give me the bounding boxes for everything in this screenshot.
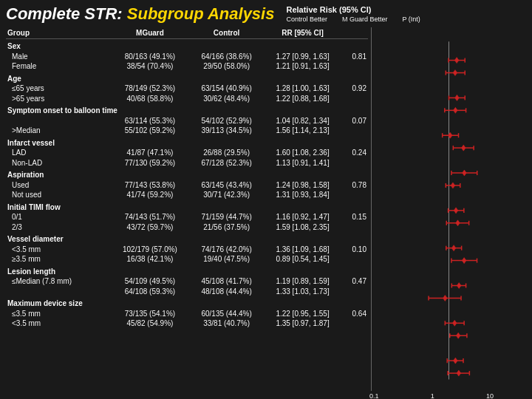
- row-rr: 1.19 [0.89, 1.59]: [264, 276, 341, 287]
- row-control: 67/128 (52.3%): [189, 158, 264, 168]
- rr-title-label: Relative Risk (95% CI): [286, 4, 420, 15]
- table-row: ≤3.5 mm 73/135 (54.1%) 60/135 (44.4%) 1.…: [6, 309, 368, 319]
- table-row: Used 77/143 (53.8%) 63/145 (43.4%) 1.24 …: [6, 180, 368, 191]
- table-row: 63/114 (55.3%) 54/102 (52.9%) 1.04 [0.82…: [6, 116, 368, 126]
- row-mguard: 54/109 (49.5%): [111, 276, 189, 287]
- col-header-mguard: MGuard: [111, 27, 189, 39]
- category-label: Initial TIMI flow: [6, 200, 368, 213]
- table-row: Lesion length: [6, 265, 368, 277]
- row-control: 30/62 (48.4%): [189, 94, 264, 104]
- header: Complete STR: Subgroup Analysis Relative…: [6, 4, 526, 24]
- table-row: Symptom onset to balloon time: [6, 103, 368, 116]
- svg-marker-38: [456, 220, 460, 226]
- row-p: [341, 94, 368, 104]
- svg-marker-2: [454, 58, 459, 64]
- row-mguard: 80/163 (49.1%): [111, 52, 189, 62]
- svg-marker-54: [443, 295, 447, 301]
- title-complete: Complete STR:: [6, 4, 127, 23]
- row-rr: 1.13 [0.91, 1.41]: [264, 158, 341, 168]
- row-rr: 1.36 [1.09, 1.68]: [264, 245, 341, 255]
- row-group: Used: [6, 180, 111, 191]
- svg-marker-14: [454, 107, 458, 113]
- row-p: 0.10: [341, 245, 368, 255]
- col-header-rr: RR [95% CI]: [264, 27, 341, 39]
- row-mguard: 78/149 (52.3%): [111, 83, 189, 94]
- row-group: LAD: [6, 148, 111, 158]
- forest-plot: [371, 27, 526, 391]
- table-row: Not used 41/74 (59.2%) 30/71 (42.3%) 1.3…: [6, 190, 368, 200]
- svg-marker-70: [457, 370, 461, 376]
- row-mguard: 55/102 (59.2%): [111, 126, 189, 136]
- row-p: 0.92: [341, 83, 368, 94]
- table-row: Sex: [6, 39, 368, 52]
- table-row: LAD 41/87 (47.1%) 26/88 (29.5%) 1.60 [1.…: [6, 148, 368, 158]
- row-rr: 1.31 [0.93, 1.84]: [264, 190, 341, 200]
- row-p: [341, 254, 368, 265]
- svg-marker-22: [461, 145, 466, 151]
- row-group: 0/1: [6, 212, 111, 222]
- table-row: ≥3.5 mm 16/38 (42.1%) 19/40 (47.5%) 0.89…: [6, 254, 368, 265]
- row-group: ≤65 years: [6, 83, 111, 94]
- row-p: [341, 287, 368, 297]
- table-row: Female 38/54 (70.4%) 29/50 (58.0%) 1.21 …: [6, 61, 368, 72]
- row-control: 64/166 (38.6%): [189, 52, 264, 62]
- row-mguard: 102/179 (57.0%): [111, 245, 189, 255]
- col-header-control: Control: [189, 27, 264, 39]
- axis-labels: 0.1 1 10: [368, 392, 495, 399]
- row-control: 71/159 (44.7%): [189, 212, 264, 222]
- svg-marker-46: [462, 258, 466, 264]
- main-container: Complete STR: Subgroup Analysis Relative…: [0, 0, 532, 399]
- table-row: 64/108 (59.3%) 48/108 (44.4%) 1.33 [1.03…: [6, 287, 368, 297]
- row-mguard: 38/54 (70.4%): [111, 61, 189, 72]
- row-group: ≥3.5 mm: [6, 254, 111, 265]
- col-header-p: [341, 27, 368, 39]
- table-row: <3.5 mm 102/179 (57.0%) 74/176 (42.0%) 1…: [6, 245, 368, 255]
- category-label: Sex: [6, 39, 368, 52]
- row-p: [341, 222, 368, 233]
- svg-marker-6: [453, 69, 457, 75]
- row-rr: 1.24 [0.98, 1.58]: [264, 180, 341, 191]
- row-mguard: 63/114 (55.3%): [111, 116, 189, 126]
- row-group: ≤3.5 mm: [6, 309, 111, 319]
- row-control: 54/102 (52.9%): [189, 116, 264, 126]
- table-row: <3.5 mm 45/82 (54.9%) 33/81 (40.7%) 1.35…: [6, 318, 368, 329]
- row-p: [341, 158, 368, 168]
- row-group: Male: [6, 52, 111, 62]
- svg-marker-34: [454, 208, 458, 214]
- table-row: >65 years 40/68 (58.8%) 30/62 (48.4%) 1.…: [6, 94, 368, 104]
- row-rr: 1.59 [1.08, 2.35]: [264, 222, 341, 233]
- row-p: 0.07: [341, 116, 368, 126]
- row-mguard: 73/135 (54.1%): [111, 309, 189, 319]
- row-group: <3.5 mm: [6, 318, 111, 329]
- row-mguard: 45/82 (54.9%): [111, 318, 189, 329]
- row-rr: 1.33 [1.03, 1.73]: [264, 287, 341, 297]
- row-rr: 1.16 [0.92, 1.47]: [264, 212, 341, 222]
- axis-label-min: 0.1: [369, 392, 379, 399]
- row-p: 0.15: [341, 212, 368, 222]
- control-better-label: Control Better: [286, 16, 327, 24]
- svg-marker-66: [454, 358, 458, 364]
- axis-label-max: 10: [486, 392, 494, 399]
- category-label: Maximum device size: [6, 296, 368, 309]
- row-mguard: 77/130 (59.2%): [111, 158, 189, 168]
- category-label: Lesion length: [6, 265, 368, 277]
- table-row: Maximum device size: [6, 296, 368, 309]
- table-row: Non-LAD 77/130 (59.2%) 67/128 (52.3%) 1.…: [6, 158, 368, 168]
- row-rr: 1.60 [1.08, 2.36]: [264, 148, 341, 158]
- row-group: Female: [6, 61, 111, 72]
- row-control: 39/113 (34.5%): [189, 126, 264, 136]
- forest-svg: [372, 27, 526, 391]
- row-control: 21/56 (37.5%): [189, 222, 264, 233]
- svg-marker-62: [456, 332, 460, 338]
- title-subgroup: Subgroup Analysis: [127, 4, 275, 23]
- table-row: Aspiration: [6, 168, 368, 180]
- row-group: Non-LAD: [6, 158, 111, 168]
- row-control: 33/81 (40.7%): [189, 318, 264, 329]
- row-group: <3.5 mm: [6, 245, 111, 255]
- row-mguard: 43/72 (59.7%): [111, 222, 189, 233]
- row-group: 2/3: [6, 222, 111, 233]
- svg-marker-42: [451, 245, 456, 251]
- row-group: >Median: [6, 126, 111, 136]
- row-group: Not used: [6, 190, 111, 200]
- row-p: 0.24: [341, 148, 368, 158]
